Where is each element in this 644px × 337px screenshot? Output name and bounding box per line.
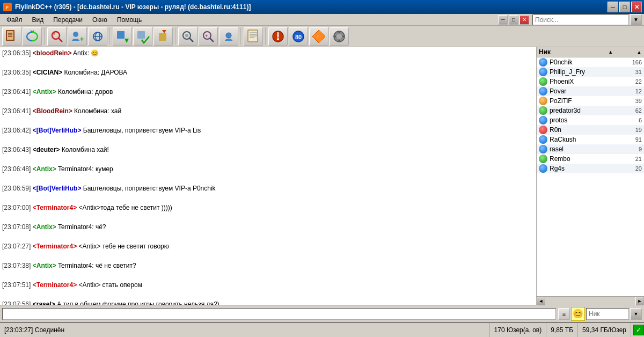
chat-input[interactable]: [2, 308, 556, 320]
total-space-status: 9,85 ТБ: [546, 323, 578, 337]
svg-rect-3: [7, 31, 13, 40]
user-row[interactable]: Philip_J_Fry 31: [537, 67, 644, 77]
menu-file[interactable]: Файл: [2, 14, 27, 25]
chat-message: [23:07:51] <Terminator4> <Antix> стать о…: [2, 280, 534, 290]
public-hubs-btn[interactable]: [88, 27, 107, 46]
user-share: 20: [620, 165, 642, 172]
away-btn[interactable]: [268, 27, 288, 46]
user-icon: [539, 116, 547, 124]
svg-marker-16: [125, 39, 129, 43]
chat-message: [23:07:27] <Terminator4> <Antix> тебе не…: [2, 241, 534, 251]
user-icon: [539, 155, 547, 163]
app-icon: F: [3, 3, 12, 11]
browse-own-list-btn[interactable]: [219, 27, 238, 46]
chat-message: [23:06:43] <deuter> Коломбина хай!: [2, 145, 534, 155]
svg-text:+: +: [205, 33, 208, 39]
nick-input[interactable]: [586, 308, 629, 320]
update-btn[interactable]: ↑: [309, 27, 328, 46]
filelist-btn[interactable]: [2, 27, 21, 46]
ad-spy-btn[interactable]: +: [199, 27, 218, 46]
search-input[interactable]: [532, 14, 629, 25]
hscroll-left-btn[interactable]: ◄: [537, 297, 545, 305]
user-icon: [539, 87, 547, 96]
search-spy-btn[interactable]: [178, 27, 197, 46]
user-name: P0nchik: [550, 58, 620, 66]
notepad-btn[interactable]: [244, 27, 263, 46]
user-row[interactable]: protos 6: [537, 115, 644, 125]
user-row[interactable]: rasel 9: [537, 144, 644, 154]
menu-help[interactable]: Помощь: [113, 14, 146, 25]
user-share: 12: [620, 88, 642, 94]
menu-transfers[interactable]: Передачи: [49, 14, 87, 25]
chat-messages[interactable]: [23:06:35] <bloodRein> Antix: 😊 [23:06:3…: [0, 47, 536, 305]
inner-maximize-btn[interactable]: □: [509, 15, 518, 25]
svg-rect-15: [117, 31, 125, 39]
user-icon: [539, 68, 547, 76]
svg-marker-19: [162, 30, 166, 33]
space-per-user-status: 59,34 ГБ/Юзер: [578, 323, 631, 337]
finished-ul-btn[interactable]: [153, 27, 173, 46]
chat-message: [23:07:56] <rasel> А тип в общем форуме …: [2, 299, 534, 305]
user-name: R0n: [550, 126, 620, 134]
svg-rect-18: [159, 33, 166, 41]
chat-message: [23:07:00] <Terminator4> <Antix>тода теб…: [2, 203, 534, 213]
limit-btn[interactable]: 80: [289, 27, 308, 46]
finished-dl-btn[interactable]: [133, 27, 152, 46]
main-area: [23:06:35] <bloodRein> Antix: 😊 [23:06:3…: [0, 47, 644, 305]
user-count-status: 170 Юзер(а, ов): [490, 323, 547, 337]
user-row[interactable]: PoZiTiF 39: [537, 96, 644, 106]
user-row[interactable]: predator3d 62: [537, 106, 644, 115]
svg-line-8: [58, 38, 62, 42]
user-row[interactable]: P0nchik 166: [537, 57, 644, 67]
user-name: rasel: [550, 145, 620, 153]
nick-dropdown-btn[interactable]: ▼: [630, 308, 642, 320]
search-dropdown-btn[interactable]: ▼: [630, 14, 642, 25]
minimize-btn[interactable]: ─: [608, 2, 618, 12]
user-share: 39: [620, 98, 642, 104]
user-row[interactable]: RaCkush 91: [537, 135, 644, 144]
user-row[interactable]: Povar 12: [537, 86, 644, 96]
plugins-btn[interactable]: [330, 27, 349, 46]
maximize-btn[interactable]: □: [619, 2, 630, 12]
user-list-panel: Ник ▲ ▲ P0nchik 166 Philip_J_Fry 31 Phoe…: [537, 47, 644, 305]
chat-message: [23:06:41] <Antix> Коломбина: доров: [2, 87, 534, 97]
close-btn[interactable]: ✕: [631, 2, 642, 12]
inner-minimize-btn[interactable]: ─: [498, 15, 508, 25]
user-name: Povar: [550, 87, 620, 95]
window-title: FlylinkDC++ (r305) - [dc.bashtel.ru - VI…: [15, 3, 251, 11]
dl-queue-btn[interactable]: [113, 27, 132, 46]
user-name: RaCkush: [550, 136, 620, 143]
hscroll-right-btn[interactable]: ►: [635, 297, 644, 305]
user-row[interactable]: PhoeniX 22: [537, 77, 644, 86]
menu-view[interactable]: Вид: [28, 14, 48, 25]
emoji-btn[interactable]: 😊: [571, 307, 585, 321]
chat-message: [23:06:35] <CICIAN> Коломбина: ДАРОВА: [2, 68, 534, 77]
user-icon: [539, 126, 547, 134]
reconnect-btn[interactable]: [23, 27, 42, 46]
chat-message: [23:06:42] <[Bot]VerliHub> Баштеловцы, п…: [2, 126, 534, 135]
chat-message: [23:07:38] <Antix> Terminator4: чё не св…: [2, 261, 534, 270]
user-name: predator3d: [550, 107, 620, 114]
multiline-btn[interactable]: ≡: [558, 308, 570, 320]
user-share: 6: [620, 117, 642, 123]
user-row[interactable]: R0n 19: [537, 125, 644, 135]
userlist-scroll-up[interactable]: ▲: [636, 49, 642, 55]
svg-rect-17: [137, 31, 145, 39]
inner-close-btn[interactable]: ✕: [519, 15, 529, 25]
user-name: Rembo: [550, 155, 620, 163]
add-user-btn[interactable]: +: [68, 27, 87, 46]
user-share: 31: [620, 69, 642, 75]
user-list-body[interactable]: P0nchik 166 Philip_J_Fry 31 PhoeniX 22 P…: [537, 57, 644, 296]
chat-message: [23:06:59] <[Bot]VerliHub> Баштеловцы, п…: [2, 184, 534, 193]
menu-window[interactable]: Окно: [88, 14, 112, 25]
connection-status: [23:03:27] Соединён: [0, 323, 490, 337]
user-row[interactable]: Rembo 21: [537, 154, 644, 164]
status-bar: [23:03:27] Соединён 170 Юзер(а, ов) 9,85…: [0, 322, 644, 337]
toolbar-separator-1: [44, 28, 45, 45]
user-list-header: Ник ▲ ▲: [537, 47, 644, 57]
user-icon: [539, 58, 547, 67]
user-share: 22: [620, 78, 642, 85]
search-network-btn[interactable]: [47, 27, 67, 46]
user-icon: [539, 106, 547, 115]
user-row[interactable]: Rg4s 20: [537, 164, 644, 173]
